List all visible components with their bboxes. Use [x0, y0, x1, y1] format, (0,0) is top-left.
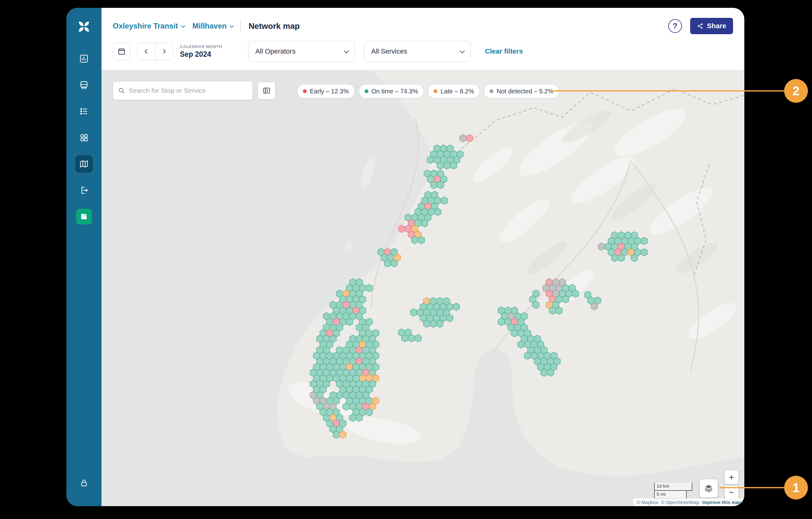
hex-bin[interactable]: [591, 302, 598, 310]
hex-bin[interactable]: [437, 320, 443, 328]
share-icon: [697, 23, 703, 29]
services-dropdown[interactable]: All Services: [364, 41, 470, 62]
map-icon: [79, 159, 89, 169]
hex-bin[interactable]: [562, 296, 569, 303]
hex-bin[interactable]: [408, 334, 415, 342]
hex-bin[interactable]: [549, 307, 556, 315]
map-canvas[interactable]: Early – 12.3%On time – 74.3%Late – 8.2%N…: [102, 70, 744, 506]
legend-chip[interactable]: On time – 74.3%: [359, 84, 424, 99]
callout-1-badge: 1: [784, 476, 808, 499]
hexbin-layer: [102, 70, 744, 506]
stop-search: [113, 81, 253, 100]
hex-bin[interactable]: [572, 290, 579, 297]
sidebar-item-routes[interactable]: [75, 103, 93, 120]
hex-bin[interactable]: [618, 254, 625, 262]
operators-dropdown-value: All Operators: [255, 47, 295, 55]
hex-bin[interactable]: [533, 301, 540, 309]
hex-bin[interactable]: [410, 309, 417, 316]
hex-bin[interactable]: [443, 162, 450, 169]
hex-bin[interactable]: [446, 315, 453, 322]
hex-bin[interactable]: [346, 318, 353, 326]
previous-month-button[interactable]: [138, 43, 155, 60]
sidebar-item-lock[interactable]: [75, 474, 93, 492]
hex-bin[interactable]: [547, 369, 554, 376]
improve-map-link[interactable]: Improve this map: [702, 499, 741, 505]
share-button[interactable]: Share: [690, 18, 733, 34]
hex-bin[interactable]: [430, 320, 437, 328]
calendar-button[interactable]: [113, 43, 130, 60]
hex-bin[interactable]: [435, 208, 441, 216]
clear-filters-link[interactable]: Clear filters: [485, 47, 523, 55]
hex-bin[interactable]: [418, 236, 425, 244]
legend-chip-label: Early – 12.3%: [310, 88, 349, 95]
hex-bin[interactable]: [437, 162, 443, 169]
hex-bin[interactable]: [340, 431, 346, 438]
hex-bin[interactable]: [556, 307, 562, 315]
legend-chip[interactable]: Early – 12.3%: [297, 84, 355, 99]
hex-bin[interactable]: [333, 431, 340, 438]
chevron-left-icon: [143, 49, 149, 54]
region-selector[interactable]: Millhaven: [192, 22, 233, 30]
sidebar-item-partner-app[interactable]: [75, 208, 93, 225]
org-selector[interactable]: Oxleyshire Transit: [113, 22, 184, 30]
hex-bin[interactable]: [598, 243, 605, 250]
hex-bin[interactable]: [437, 181, 444, 189]
sidebar-item-network-map[interactable]: [75, 155, 93, 173]
org-name-label: Oxleyshire Transit: [113, 22, 178, 30]
hex-bin[interactable]: [641, 237, 647, 245]
osm-attribution-link[interactable]: © OpenStreetMap: [661, 499, 699, 505]
layers-icon: [704, 484, 713, 493]
hex-bin[interactable]: [441, 197, 448, 204]
hex-bin[interactable]: [460, 134, 466, 142]
legend-chip[interactable]: Late – 8.2%: [428, 84, 480, 99]
hex-bin[interactable]: [611, 254, 618, 262]
sidebar-item-apps[interactable]: [75, 129, 93, 146]
sidebar-item-analytics[interactable]: [75, 50, 93, 67]
search-input[interactable]: [129, 87, 248, 94]
hex-bin[interactable]: [356, 414, 363, 421]
hex-bin[interactable]: [350, 414, 356, 421]
hex-bin[interactable]: [427, 156, 434, 164]
help-button[interactable]: ?: [668, 19, 682, 33]
hex-bin[interactable]: [366, 408, 373, 416]
hex-bin[interactable]: [415, 334, 422, 342]
hex-bin[interactable]: [412, 236, 418, 244]
hex-bin[interactable]: [391, 260, 398, 267]
hex-bin[interactable]: [641, 248, 647, 256]
hex-bin[interactable]: [541, 369, 547, 376]
bar-chart-icon: [79, 54, 89, 63]
region-name-label: Millhaven: [192, 22, 227, 30]
sidebar-item-logout[interactable]: [75, 182, 93, 199]
hex-bin[interactable]: [422, 219, 428, 227]
hex-bin[interactable]: [399, 225, 405, 233]
hex-bin[interactable]: [518, 341, 524, 348]
hex-bin[interactable]: [524, 352, 531, 359]
expand-panel-button[interactable]: [258, 82, 276, 99]
hex-bin[interactable]: [466, 134, 473, 142]
hex-bin[interactable]: [511, 329, 518, 337]
main-panel: Oxleyshire Transit Millhaven Network map…: [102, 8, 744, 506]
hex-bin[interactable]: [343, 403, 350, 410]
sidebar-item-vehicles[interactable]: [75, 76, 93, 94]
hex-bin[interactable]: [384, 260, 391, 267]
hex-bin[interactable]: [631, 254, 638, 262]
hex-bin[interactable]: [453, 303, 460, 310]
map-attribution: © Mapbox © OpenStreetMap Improve this ma…: [633, 498, 744, 506]
shapes-grid-icon: [79, 133, 89, 142]
mapbox-attribution-link[interactable]: © Mapbox: [637, 499, 658, 505]
next-month-button[interactable]: [155, 43, 173, 60]
operators-dropdown[interactable]: All Operators: [248, 41, 355, 62]
legend-dot-icon: [303, 89, 307, 93]
hex-bin[interactable]: [498, 318, 505, 326]
zoom-in-button[interactable]: +: [725, 470, 738, 484]
hex-bin[interactable]: [366, 284, 373, 292]
callout-line: [551, 90, 785, 91]
hex-bin[interactable]: [431, 181, 437, 189]
hex-bin[interactable]: [402, 334, 408, 342]
hex-bin[interactable]: [424, 320, 430, 328]
layers-button[interactable]: [699, 479, 718, 497]
chevron-down-icon: [460, 48, 465, 53]
chevron-right-icon: [161, 49, 167, 54]
legend-chip[interactable]: Not detected – 5.2%: [484, 84, 559, 99]
hex-bin[interactable]: [450, 162, 457, 169]
